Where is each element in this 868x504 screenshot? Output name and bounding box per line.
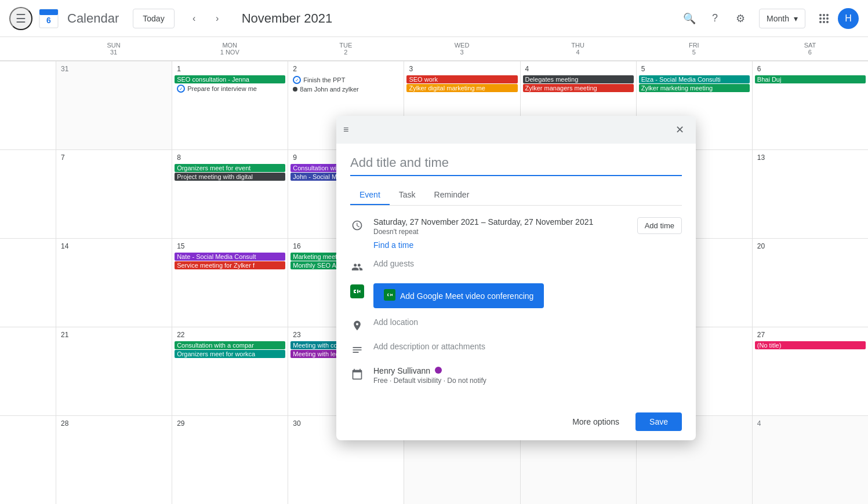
description-row <box>350 342 682 357</box>
calendar-owner-content: Henry Sullivann Free · Default visibilit… <box>373 366 682 385</box>
tab-reminder[interactable]: Reminder <box>425 185 479 205</box>
more-options-button[interactable]: More options <box>563 412 629 431</box>
calendar-owner-name: Henry Sullivann <box>373 366 682 375</box>
tab-event[interactable]: Event <box>350 185 390 205</box>
meet-btn-label: Add Google Meet video conferencing <box>400 291 533 301</box>
modal-body: Event Task Reminder Saturday, 27 Novembe… <box>336 144 696 408</box>
date-content: Saturday, 27 November 2021 – Saturday, 2… <box>373 217 628 250</box>
add-guests-input[interactable] <box>373 259 682 268</box>
description-content <box>373 342 682 351</box>
meet-row: Add Google Meet video conferencing <box>350 283 682 308</box>
drag-icon: ≡ <box>343 125 348 135</box>
meet-content: Add Google Meet video conferencing <box>373 283 682 308</box>
owner-name-text: Henry Sullivann <box>373 366 430 375</box>
new-event-modal: ≡ ✕ Event Task Reminder Saturday, 27 Nov… <box>336 116 696 440</box>
location-icon <box>350 319 364 333</box>
calendar-row: Henry Sullivann Free · Default visibilit… <box>350 366 682 385</box>
description-input[interactable] <box>373 342 682 351</box>
event-title-input[interactable] <box>350 153 682 176</box>
event-date-range[interactable]: Saturday, 27 November 2021 – Saturday, 2… <box>373 217 628 227</box>
tab-task[interactable]: Task <box>390 185 425 205</box>
meet-logo-icon <box>350 284 364 298</box>
clock-icon <box>350 218 364 232</box>
add-google-meet-button[interactable]: Add Google Meet video conferencing <box>373 283 544 308</box>
modal-close-button[interactable]: ✕ <box>670 120 689 139</box>
repeat-setting[interactable]: Doesn't repeat <box>373 228 628 236</box>
calendar-icon <box>350 367 364 381</box>
user-color-dot <box>435 367 442 374</box>
location-content <box>373 317 682 327</box>
find-a-time-link[interactable]: Find a time <box>373 240 628 250</box>
person-icon <box>350 260 364 274</box>
location-input[interactable] <box>373 317 682 327</box>
modal-overlay[interactable]: ≡ ✕ Event Task Reminder Saturday, 27 Nov… <box>0 0 868 504</box>
description-icon <box>350 343 364 357</box>
save-button[interactable]: Save <box>635 412 682 431</box>
guests-row <box>350 259 682 274</box>
modal-tabs: Event Task Reminder <box>350 185 682 206</box>
svg-rect-5 <box>384 289 395 301</box>
date-row: Saturday, 27 November 2021 – Saturday, 2… <box>350 217 682 250</box>
modal-footer: More options Save <box>336 408 696 440</box>
location-row <box>350 317 682 333</box>
calendar-meta-text: Free · Default visibility · Do not notif… <box>373 377 682 385</box>
meet-icon <box>384 289 395 302</box>
modal-top-bar: ≡ ✕ <box>336 116 696 144</box>
guests-content <box>373 259 682 268</box>
add-time-button[interactable]: Add time <box>637 217 682 234</box>
